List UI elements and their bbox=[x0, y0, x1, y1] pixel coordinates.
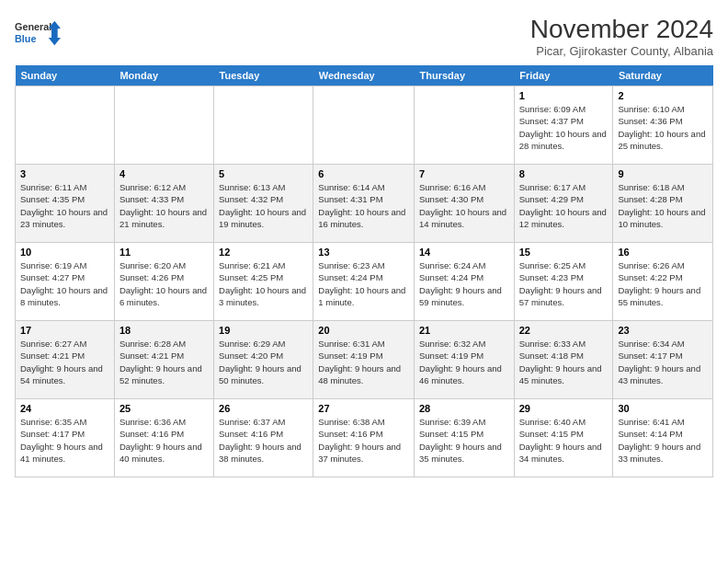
day-number: 30 bbox=[618, 403, 708, 414]
calendar-cell: 3Sunrise: 6:11 AM Sunset: 4:35 PM Daylig… bbox=[16, 165, 115, 243]
day-number: 5 bbox=[219, 168, 308, 179]
day-number: 2 bbox=[618, 90, 708, 101]
calendar-cell: 27Sunrise: 6:38 AM Sunset: 4:16 PM Dayli… bbox=[313, 399, 415, 477]
day-number: 28 bbox=[419, 403, 509, 414]
calendar-cell: 12Sunrise: 6:21 AM Sunset: 4:25 PM Dayli… bbox=[214, 243, 313, 321]
day-number: 22 bbox=[519, 325, 609, 336]
day-number: 13 bbox=[318, 247, 409, 258]
day-info: Sunrise: 6:18 AM Sunset: 4:28 PM Dayligh… bbox=[618, 181, 708, 230]
weekday-header: Tuesday bbox=[214, 65, 313, 86]
calendar-cell: 15Sunrise: 6:25 AM Sunset: 4:23 PM Dayli… bbox=[514, 243, 613, 321]
day-number: 26 bbox=[219, 403, 308, 414]
calendar-week-row: 1Sunrise: 6:09 AM Sunset: 4:37 PM Daylig… bbox=[16, 86, 713, 165]
calendar-cell: 25Sunrise: 6:36 AM Sunset: 4:16 PM Dayli… bbox=[114, 399, 213, 477]
day-info: Sunrise: 6:26 AM Sunset: 4:22 PM Dayligh… bbox=[618, 259, 708, 308]
calendar-table: SundayMondayTuesdayWednesdayThursdayFrid… bbox=[15, 65, 713, 477]
svg-text:Blue: Blue bbox=[15, 33, 36, 44]
calendar-cell: 8Sunrise: 6:17 AM Sunset: 4:29 PM Daylig… bbox=[514, 165, 613, 243]
calendar-cell bbox=[16, 86, 115, 165]
day-info: Sunrise: 6:35 AM Sunset: 4:17 PM Dayligh… bbox=[20, 416, 109, 465]
day-info: Sunrise: 6:21 AM Sunset: 4:25 PM Dayligh… bbox=[219, 259, 308, 308]
day-number: 16 bbox=[618, 247, 708, 258]
day-info: Sunrise: 6:23 AM Sunset: 4:24 PM Dayligh… bbox=[318, 259, 409, 308]
calendar-week-row: 24Sunrise: 6:35 AM Sunset: 4:17 PM Dayli… bbox=[16, 399, 713, 477]
calendar-cell: 10Sunrise: 6:19 AM Sunset: 4:27 PM Dayli… bbox=[16, 243, 115, 321]
calendar-cell: 26Sunrise: 6:37 AM Sunset: 4:16 PM Dayli… bbox=[214, 399, 313, 477]
day-info: Sunrise: 6:27 AM Sunset: 4:21 PM Dayligh… bbox=[20, 338, 109, 386]
day-number: 20 bbox=[318, 325, 409, 336]
subtitle: Picar, Gjirokaster County, Albania bbox=[530, 44, 713, 58]
day-info: Sunrise: 6:32 AM Sunset: 4:19 PM Dayligh… bbox=[419, 338, 509, 386]
calendar-cell: 21Sunrise: 6:32 AM Sunset: 4:19 PM Dayli… bbox=[415, 321, 515, 399]
day-number: 24 bbox=[20, 403, 109, 414]
day-number: 18 bbox=[119, 325, 209, 336]
month-title: November 2024 bbox=[530, 15, 713, 44]
day-number: 27 bbox=[318, 403, 409, 414]
calendar-cell: 24Sunrise: 6:35 AM Sunset: 4:17 PM Dayli… bbox=[16, 399, 115, 477]
day-info: Sunrise: 6:34 AM Sunset: 4:17 PM Dayligh… bbox=[618, 338, 708, 386]
day-number: 15 bbox=[519, 247, 609, 258]
day-info: Sunrise: 6:28 AM Sunset: 4:21 PM Dayligh… bbox=[119, 338, 209, 386]
logo: General Blue bbox=[15, 15, 61, 52]
calendar-cell: 19Sunrise: 6:29 AM Sunset: 4:20 PM Dayli… bbox=[214, 321, 313, 399]
weekday-header: Thursday bbox=[415, 65, 515, 86]
day-info: Sunrise: 6:37 AM Sunset: 4:16 PM Dayligh… bbox=[219, 416, 308, 465]
day-info: Sunrise: 6:25 AM Sunset: 4:23 PM Dayligh… bbox=[519, 259, 609, 308]
title-area: November 2024 Picar, Gjirokaster County,… bbox=[530, 15, 713, 58]
calendar-cell: 9Sunrise: 6:18 AM Sunset: 4:28 PM Daylig… bbox=[613, 165, 713, 243]
day-number: 6 bbox=[318, 168, 409, 179]
day-info: Sunrise: 6:10 AM Sunset: 4:36 PM Dayligh… bbox=[618, 103, 708, 152]
weekday-header: Monday bbox=[114, 65, 213, 86]
weekday-header: Saturday bbox=[613, 65, 713, 86]
calendar-cell: 7Sunrise: 6:16 AM Sunset: 4:30 PM Daylig… bbox=[415, 165, 515, 243]
day-number: 14 bbox=[419, 247, 509, 258]
calendar-cell: 30Sunrise: 6:41 AM Sunset: 4:14 PM Dayli… bbox=[613, 399, 713, 477]
weekday-header: Sunday bbox=[16, 65, 115, 86]
day-info: Sunrise: 6:38 AM Sunset: 4:16 PM Dayligh… bbox=[318, 416, 409, 465]
calendar-body: 1Sunrise: 6:09 AM Sunset: 4:37 PM Daylig… bbox=[16, 86, 713, 477]
day-number: 17 bbox=[20, 325, 109, 336]
calendar-cell: 23Sunrise: 6:34 AM Sunset: 4:17 PM Dayli… bbox=[613, 321, 713, 399]
calendar-cell bbox=[415, 86, 515, 165]
day-number: 29 bbox=[519, 403, 609, 414]
calendar-cell: 18Sunrise: 6:28 AM Sunset: 4:21 PM Dayli… bbox=[114, 321, 213, 399]
day-number: 3 bbox=[20, 168, 109, 179]
calendar-cell: 16Sunrise: 6:26 AM Sunset: 4:22 PM Dayli… bbox=[613, 243, 713, 321]
weekday-header: Wednesday bbox=[313, 65, 415, 86]
day-number: 1 bbox=[519, 90, 609, 101]
logo-svg: General Blue bbox=[15, 15, 61, 52]
calendar-cell: 6Sunrise: 6:14 AM Sunset: 4:31 PM Daylig… bbox=[313, 165, 415, 243]
day-number: 11 bbox=[119, 247, 209, 258]
calendar-cell: 17Sunrise: 6:27 AM Sunset: 4:21 PM Dayli… bbox=[16, 321, 115, 399]
calendar-cell: 14Sunrise: 6:24 AM Sunset: 4:24 PM Dayli… bbox=[415, 243, 515, 321]
day-info: Sunrise: 6:24 AM Sunset: 4:24 PM Dayligh… bbox=[419, 259, 509, 308]
calendar-cell bbox=[313, 86, 415, 165]
day-info: Sunrise: 6:36 AM Sunset: 4:16 PM Dayligh… bbox=[119, 416, 209, 465]
calendar-cell: 20Sunrise: 6:31 AM Sunset: 4:19 PM Dayli… bbox=[313, 321, 415, 399]
day-info: Sunrise: 6:12 AM Sunset: 4:33 PM Dayligh… bbox=[119, 181, 209, 230]
calendar-week-row: 3Sunrise: 6:11 AM Sunset: 4:35 PM Daylig… bbox=[16, 165, 713, 243]
calendar-cell: 4Sunrise: 6:12 AM Sunset: 4:33 PM Daylig… bbox=[114, 165, 213, 243]
day-number: 7 bbox=[419, 168, 509, 179]
day-info: Sunrise: 6:17 AM Sunset: 4:29 PM Dayligh… bbox=[519, 181, 609, 230]
day-number: 25 bbox=[119, 403, 209, 414]
weekday-header: Friday bbox=[514, 65, 613, 86]
day-info: Sunrise: 6:31 AM Sunset: 4:19 PM Dayligh… bbox=[318, 338, 409, 386]
day-number: 10 bbox=[20, 247, 109, 258]
day-number: 19 bbox=[219, 325, 308, 336]
day-info: Sunrise: 6:11 AM Sunset: 4:35 PM Dayligh… bbox=[20, 181, 109, 230]
day-info: Sunrise: 6:33 AM Sunset: 4:18 PM Dayligh… bbox=[519, 338, 609, 386]
day-number: 8 bbox=[519, 168, 609, 179]
calendar-cell: 29Sunrise: 6:40 AM Sunset: 4:15 PM Dayli… bbox=[514, 399, 613, 477]
day-info: Sunrise: 6:41 AM Sunset: 4:14 PM Dayligh… bbox=[618, 416, 708, 465]
calendar-header: SundayMondayTuesdayWednesdayThursdayFrid… bbox=[16, 65, 713, 86]
calendar-week-row: 17Sunrise: 6:27 AM Sunset: 4:21 PM Dayli… bbox=[16, 321, 713, 399]
calendar-cell: 1Sunrise: 6:09 AM Sunset: 4:37 PM Daylig… bbox=[514, 86, 613, 165]
day-number: 21 bbox=[419, 325, 509, 336]
day-info: Sunrise: 6:09 AM Sunset: 4:37 PM Dayligh… bbox=[519, 103, 609, 152]
calendar-cell: 13Sunrise: 6:23 AM Sunset: 4:24 PM Dayli… bbox=[313, 243, 415, 321]
svg-text:General: General bbox=[15, 21, 51, 32]
calendar-cell bbox=[114, 86, 213, 165]
calendar-cell: 22Sunrise: 6:33 AM Sunset: 4:18 PM Dayli… bbox=[514, 321, 613, 399]
day-info: Sunrise: 6:14 AM Sunset: 4:31 PM Dayligh… bbox=[318, 181, 409, 230]
